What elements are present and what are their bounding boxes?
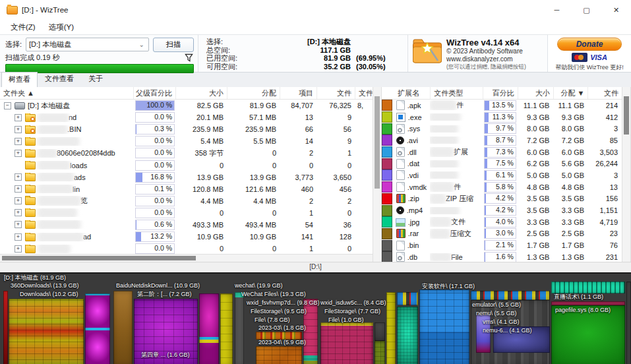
tree-row[interactable]: loads0.0 %0000 [0, 159, 373, 171]
expand-icon[interactable]: + [15, 197, 22, 204]
tab-文件查看[interactable]: 文件查看 [38, 71, 81, 87]
treemap-block[interactable] [85, 293, 110, 364]
expand-icon[interactable]: + [15, 126, 22, 133]
treemap-block[interactable] [375, 341, 385, 364]
donate-button[interactable]: Donate [557, 38, 622, 51]
tree-row[interactable]: +80606e0208f4ddb0.0 %358 字节021 [0, 147, 373, 159]
tree-row[interactable]: +0.6 %493.3 MB493.4 MB5436 [0, 219, 373, 231]
scrollbar-thumb[interactable] [375, 96, 380, 189]
treemap-block[interactable] [3, 291, 8, 364]
tree-row[interactable]: +0.0 %5.4 MB5.5 MB149 [0, 135, 373, 147]
extension-row[interactable]: .sys9.7 %8.0 GB8.0 GB3 [382, 123, 622, 135]
treemap[interactable]: [D:] 本地磁盘 (81.9 GB)360Downloads\ (13.9 G… [0, 272, 631, 364]
treemap-block[interactable] [471, 291, 550, 300]
percent-bar [485, 229, 485, 238]
treemap-block[interactable] [9, 299, 84, 364]
treemap-block[interactable] [386, 292, 396, 364]
website-link[interactable]: www.diskanalyzer.com [446, 55, 526, 63]
column-header[interactable]: 文件 [588, 87, 622, 99]
scan-button[interactable]: 扫描 [153, 38, 194, 52]
copyright-text: © 2023 Antibody Software [446, 47, 526, 55]
collapse-icon[interactable]: − [4, 102, 11, 109]
extension-row[interactable]: .zipZIP 压缩4.2 %3.5 GB3.5 GB156 [382, 193, 622, 205]
column-header[interactable]: 大小 [176, 87, 227, 99]
expand-icon[interactable]: + [15, 233, 22, 241]
expand-icon[interactable]: + [15, 185, 22, 193]
allocated-cell: 10.9 GB [227, 233, 280, 241]
expand-icon[interactable]: + [15, 209, 22, 216]
menu-file[interactable]: 文件(Z) [5, 21, 41, 34]
extension-row[interactable]: .mp44.2 %3.5 GB3.3 GB1,151 [382, 204, 622, 216]
expand-icon[interactable]: + [15, 114, 22, 121]
expand-icon[interactable]: + [15, 221, 22, 228]
scrollbar-thumb[interactable] [2, 256, 196, 260]
extension-row[interactable]: .exe11.3 %9.3 GB9.3 GB412 [382, 111, 622, 123]
column-header[interactable]: 文件类型 [431, 87, 483, 99]
folder-tree-scrollbar[interactable] [373, 87, 382, 262]
treemap-label: 360Downloads\ (13.9 GB) [11, 282, 79, 289]
tree-row[interactable]: −[D:] 本地磁盘100.0 %82.5 GB81.9 GB84,70776,… [0, 100, 373, 111]
filter-icon[interactable] [184, 53, 194, 63]
treemap-block[interactable] [551, 305, 625, 364]
expand-icon[interactable]: + [15, 150, 22, 157]
column-header[interactable]: 百分比 [483, 87, 518, 99]
tree-row[interactable]: +览0.0 %4.4 MB4.4 MB22 [0, 195, 373, 207]
treemap-block[interactable] [199, 293, 219, 364]
column-header[interactable]: 文件 [317, 87, 355, 99]
treemap-block[interactable] [235, 292, 244, 364]
size-cell: 1.7 GB [518, 241, 554, 249]
scrollbar-thumb[interactable] [624, 96, 629, 135]
tree-row[interactable]: +.BIN0.3 %235.9 MB235.9 MB6656 [0, 123, 373, 135]
treemap-block[interactable] [220, 293, 233, 364]
files-cell: 76,325 [317, 102, 355, 109]
tree-row[interactable]: +ad13.2 %10.9 GB10.9 GB141128 [0, 231, 373, 243]
extension-row[interactable]: .bin2.1 %1.7 GB1.7 GB76 [382, 239, 622, 251]
extension-row[interactable]: .apk件13.5 %11.1 GB11.1 GB214 [382, 100, 622, 111]
extension-row[interactable]: .vmdk件5.8 %4.8 GB4.8 GB13 [382, 181, 622, 193]
tab-树查看[interactable]: 树查看 [1, 72, 38, 87]
treemap-block[interactable] [397, 307, 418, 364]
column-header[interactable]: 分配 ▼ [554, 87, 588, 99]
tree-row[interactable]: +0.0 %0010 [0, 207, 373, 219]
column-header[interactable]: 分配 [227, 87, 280, 99]
treemap-block[interactable] [551, 282, 625, 293]
treemap-block[interactable] [419, 289, 469, 364]
maximize-button[interactable]: ▢ [572, 0, 601, 20]
treemap-block[interactable] [256, 346, 302, 364]
percent-box: 0.0 % [135, 243, 175, 254]
treemap-label: vms\ (4.1 GB) [483, 318, 520, 326]
column-header[interactable]: 扩展名 [382, 87, 431, 99]
extension-row[interactable]: .vdi6.1 %5.0 GB5.0 GB3 [382, 169, 622, 181]
expand-icon[interactable]: + [15, 138, 22, 145]
expand-icon[interactable]: + [15, 173, 22, 181]
column-header[interactable]: 大小 [518, 87, 554, 99]
column-header[interactable]: 项目 [280, 87, 317, 99]
column-header[interactable]: 文件夹 [355, 87, 373, 99]
treemap-block[interactable] [375, 322, 385, 341]
extension-row[interactable]: .jpg文件4.0 %3.3 GB3.3 GB4,719 [382, 216, 622, 228]
expand-icon[interactable]: + [15, 245, 22, 253]
extension-row[interactable]: .dat7.5 %6.2 GB5.6 GB26,244 [382, 158, 622, 169]
extension-row[interactable]: .rar压缩文3.0 %2.5 GB2.5 GB23 [382, 228, 622, 240]
tree-row[interactable]: +lin0.1 %120.8 MB121.6 MB460456 [0, 183, 373, 195]
extension-row[interactable]: .dll扩展7.3 %6.0 GB6.0 GB3,503 [382, 146, 622, 158]
treemap-block[interactable] [626, 282, 631, 364]
tree-row[interactable]: +ads16.8 %13.9 GB13.9 GB3,7733,650 [0, 171, 373, 183]
tree-row[interactable]: +nd0.0 %20.1 MB57.1 MB139 [0, 111, 373, 123]
drive-select[interactable]: [D:] 本地磁盘 ⌄ [26, 38, 149, 51]
menu-options[interactable]: 选项(Y) [44, 21, 79, 34]
tab-关于[interactable]: 关于 [81, 71, 110, 87]
tree-row[interactable]: +0.0 %0010 [0, 243, 373, 254]
minimize-button[interactable]: ─ [542, 0, 572, 20]
extension-row[interactable]: .dbFile1.6 %1.3 GB1.3 GB231 [382, 251, 622, 262]
extension-scrollbar[interactable] [622, 87, 631, 262]
donate-note: (您可以通过捐赠, 隐藏捐赠按钮) [446, 63, 526, 70]
horizontal-scrollbar[interactable] [0, 254, 373, 262]
treemap-block[interactable] [320, 322, 373, 364]
extension-row[interactable]: .avi8.7 %7.2 GB7.2 GB85 [382, 135, 622, 146]
treemap-block[interactable] [113, 291, 133, 364]
close-button[interactable]: ✕ [601, 0, 631, 20]
treemap-block[interactable] [397, 292, 418, 305]
column-header[interactable]: 父级百分比 [134, 87, 176, 99]
column-header[interactable]: 文件夹 ▲ [0, 87, 134, 99]
